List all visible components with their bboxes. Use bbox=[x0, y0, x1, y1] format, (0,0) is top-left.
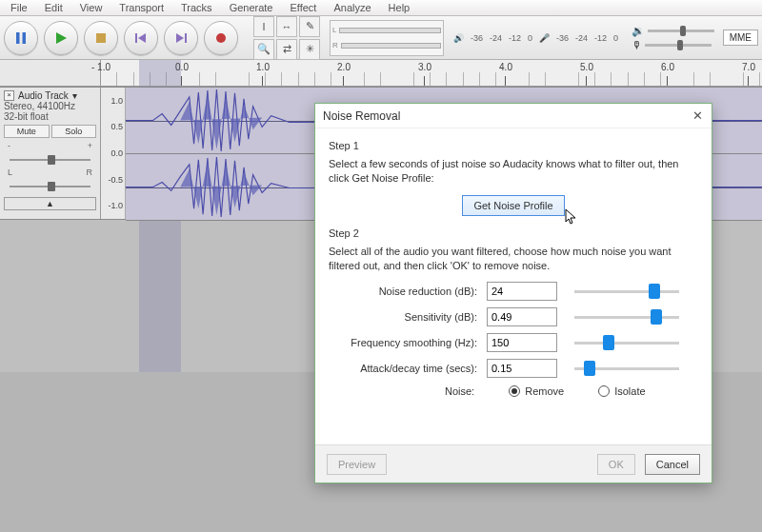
preview-button[interactable]: Preview bbox=[327, 454, 387, 475]
sensitivity-label: Sensitivity (dB): bbox=[329, 311, 477, 323]
envelope-tool-icon[interactable]: ↔ bbox=[276, 16, 297, 37]
close-icon[interactable]: ✕ bbox=[691, 109, 704, 123]
speaker-icon: 🔊 bbox=[453, 33, 464, 43]
attack-decay-label: Attack/decay time (secs): bbox=[329, 363, 477, 374]
play-button[interactable] bbox=[44, 21, 78, 55]
svg-rect-3 bbox=[96, 33, 106, 43]
amplitude-scale: 1.00.50.0-0.5-1.0 bbox=[101, 88, 126, 219]
svg-rect-4 bbox=[135, 33, 137, 43]
noise-reduction-slider[interactable] bbox=[574, 283, 679, 300]
selection-tool-icon[interactable]: I bbox=[253, 16, 274, 37]
gain-slider[interactable] bbox=[6, 153, 94, 165]
frequency-smoothing-label: Frequency smoothing (Hz): bbox=[329, 337, 477, 348]
noise-reduction-label: Noise reduction (dB): bbox=[329, 286, 477, 297]
noise-mode-label: Noise: bbox=[445, 385, 474, 397]
zoom-tool-icon[interactable]: 🔍 bbox=[253, 39, 274, 60]
noise-removal-dialog: Noise Removal ✕ Step 1 Select a few seco… bbox=[314, 103, 712, 483]
attack-decay-input[interactable] bbox=[487, 359, 557, 378]
track-format: 32-bit float bbox=[4, 111, 96, 122]
menu-file[interactable]: File bbox=[2, 1, 36, 14]
track-header: × Audio Track ▾ Stereo, 44100Hz 32-bit f… bbox=[0, 88, 101, 219]
menu-analyze[interactable]: Analyze bbox=[325, 1, 379, 14]
track-close-button[interactable]: × bbox=[4, 90, 14, 101]
noise-isolate-radio[interactable]: Isolate bbox=[598, 385, 645, 397]
cursor-icon bbox=[565, 208, 578, 226]
svg-rect-1 bbox=[23, 32, 27, 44]
noise-reduction-input[interactable] bbox=[487, 282, 557, 301]
frequency-smoothing-slider[interactable] bbox=[574, 334, 679, 351]
mute-button[interactable]: Mute bbox=[4, 125, 50, 138]
edit-tools: I ↔ ✎ 🔍 ⇄ ✳ bbox=[253, 16, 320, 60]
menu-effect[interactable]: Effect bbox=[282, 1, 326, 14]
audio-host-select[interactable]: MME bbox=[723, 30, 758, 46]
stop-button[interactable] bbox=[84, 21, 118, 55]
timeline-ruler[interactable]: - 1.0 0.0 1.0 2.0 3.0 4.0 5.0 6.0 7.0 bbox=[0, 60, 762, 87]
speaker-small-icon: 🔉 bbox=[632, 25, 645, 37]
ok-button[interactable]: OK bbox=[597, 454, 635, 475]
menu-help[interactable]: Help bbox=[380, 1, 419, 14]
menu-tracks[interactable]: Tracks bbox=[172, 1, 221, 14]
menu-edit[interactable]: Edit bbox=[36, 1, 71, 14]
skip-end-button[interactable] bbox=[164, 21, 198, 55]
playback-meter-scale: 🔊 -36 -24 -12 0 🎤 -36 -24 -12 0 bbox=[453, 33, 618, 43]
menu-generate[interactable]: Generate bbox=[221, 1, 282, 14]
frequency-smoothing-input[interactable] bbox=[487, 333, 557, 352]
track-menu-arrow-icon[interactable]: ▾ bbox=[72, 90, 77, 101]
svg-rect-0 bbox=[16, 32, 20, 44]
step2-header: Step 2 bbox=[329, 227, 698, 239]
sensitivity-slider[interactable] bbox=[574, 308, 679, 325]
svg-marker-5 bbox=[138, 33, 146, 43]
track-name[interactable]: Audio Track bbox=[18, 90, 69, 101]
mic-icon: 🎤 bbox=[539, 33, 550, 43]
pan-slider[interactable] bbox=[6, 180, 94, 191]
svg-marker-2 bbox=[56, 32, 67, 44]
solo-button[interactable]: Solo bbox=[51, 125, 97, 138]
menu-view[interactable]: View bbox=[71, 1, 111, 14]
sensitivity-input[interactable] bbox=[487, 307, 557, 326]
noise-remove-radio[interactable]: Remove bbox=[509, 385, 564, 397]
svg-rect-6 bbox=[185, 33, 187, 43]
svg-point-8 bbox=[216, 33, 226, 43]
step1-header: Step 1 bbox=[329, 140, 698, 151]
track-rate: Stereo, 44100Hz bbox=[4, 101, 96, 111]
svg-marker-7 bbox=[176, 33, 184, 43]
collapse-button[interactable]: ▲ bbox=[4, 197, 96, 210]
input-volume-slider[interactable] bbox=[645, 44, 712, 47]
record-button[interactable] bbox=[204, 21, 238, 55]
menu-transport[interactable]: Transport bbox=[110, 1, 172, 14]
multi-tool-icon[interactable]: ✳ bbox=[299, 39, 320, 60]
output-volume-slider[interactable] bbox=[648, 30, 714, 32]
volume-sliders: 🔉 🎙 bbox=[632, 25, 718, 50]
step1-text: Select a few seconds of just noise so Au… bbox=[329, 157, 698, 186]
toolbar: I ↔ ✎ 🔍 ⇄ ✳ L R 🔊 -36 -24 -12 0 🎤 -36 -2… bbox=[0, 16, 762, 60]
cancel-button[interactable]: Cancel bbox=[645, 454, 700, 475]
mic-small-icon: 🎙 bbox=[632, 39, 642, 50]
dialog-title: Noise Removal bbox=[323, 109, 400, 123]
pause-button[interactable] bbox=[4, 21, 38, 55]
get-noise-profile-button[interactable]: Get Noise Profile bbox=[462, 195, 564, 216]
timeshift-tool-icon[interactable]: ⇄ bbox=[276, 39, 297, 60]
attack-decay-slider[interactable] bbox=[574, 360, 679, 377]
draw-tool-icon[interactable]: ✎ bbox=[299, 16, 320, 37]
menu-bar: File Edit View Transport Tracks Generate… bbox=[0, 0, 762, 16]
step2-text: Select all of the audio you want filtere… bbox=[329, 245, 698, 273]
output-meter[interactable]: L R bbox=[330, 20, 444, 56]
skip-start-button[interactable] bbox=[124, 21, 158, 55]
